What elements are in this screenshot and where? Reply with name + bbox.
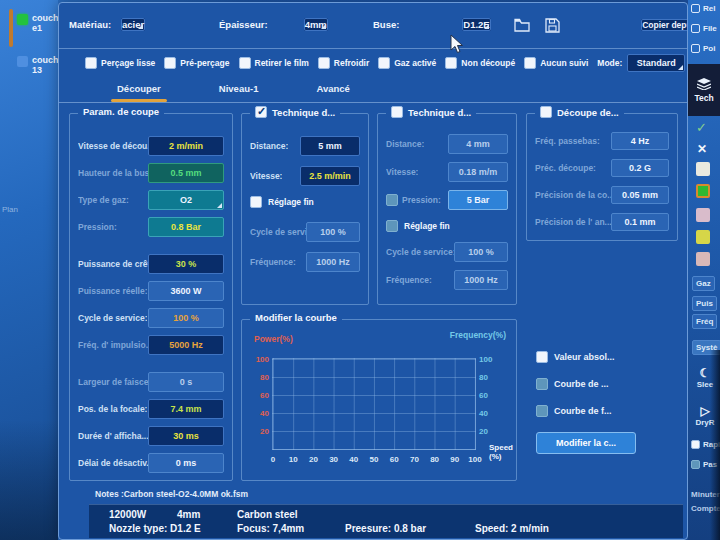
deactivation-delay-field[interactable]: 0 ms (148, 453, 224, 473)
technique1-checkbox[interactable] (255, 106, 267, 118)
field-label: Hauteur de la bus... (78, 168, 148, 178)
x-tick: 50 (370, 455, 379, 464)
checkbox-pre-percage[interactable]: Pré-perçage (164, 57, 229, 69)
layers-icon (697, 78, 711, 90)
save-icon (545, 18, 560, 33)
groupbox-title: Technique d... (272, 107, 335, 118)
tech2-fine-tune-checkbox[interactable]: Réglage fin (386, 220, 508, 232)
tech1-frequency-field[interactable]: 1000 Hz (306, 252, 360, 272)
color-swatch-rose[interactable] (696, 252, 710, 266)
tech2-speed-field[interactable]: 0.18 m/m (448, 162, 508, 182)
speed-axis-word: Speed (489, 443, 513, 452)
y-tick-right: 80 (479, 373, 501, 382)
summary-focus: Focus: 7,4mm (237, 522, 345, 536)
layer-accent-bar (9, 9, 13, 47)
tool-label: Poi (703, 44, 715, 53)
tech-panel-button[interactable]: Tech (688, 64, 720, 116)
tech1-duty-field[interactable]: 100 % (306, 222, 360, 242)
layer-item-2[interactable]: couche 13 (17, 55, 58, 75)
field-label: Cycle de service: (250, 227, 306, 237)
tech1-fine-tune-checkbox[interactable]: Réglage fin (250, 196, 360, 208)
absolute-value-checkbox[interactable]: Valeur absol... (536, 351, 666, 363)
cut-params-groupbox: Param. de coupe Vitesse de décou... 2 m/… (69, 113, 233, 481)
checkbox-retirer-film[interactable]: Retirer le film (239, 57, 309, 69)
tech1-speed-field[interactable]: 2.5 m/min (300, 166, 360, 186)
tech2-pressure-field[interactable]: 5 Bar (448, 190, 508, 210)
power-speed-curve-plot[interactable]: 100 80 60 40 20 100 80 60 40 20 0 10 20 … (272, 358, 476, 450)
tool-fragment-1[interactable]: Rel (691, 4, 715, 13)
tool-label: File (703, 24, 717, 33)
material-dropdown[interactable]: acier (121, 18, 145, 31)
color-swatch-pink[interactable] (696, 208, 710, 222)
summary-material: Carbon steel (237, 508, 298, 522)
tab-niveau-1[interactable]: Niveau-1 (219, 77, 259, 102)
tab-avance[interactable]: Avancé (316, 77, 349, 102)
mode-dropdown[interactable]: Standard (627, 54, 685, 72)
tool-fragment-2[interactable]: File (691, 24, 717, 33)
real-power-field[interactable]: 3600 W (148, 281, 224, 301)
confirm-check-icon[interactable]: ✓ (696, 120, 707, 135)
cut-speed-field[interactable]: 2 m/min (148, 136, 224, 156)
photo-shadow (0, 420, 58, 540)
checkbox-non-decoupe[interactable]: Non découpé (445, 57, 515, 69)
pulse-frequency-field[interactable]: 5000 Hz (148, 335, 224, 355)
focus-position-field[interactable]: 7.4 mm (148, 399, 224, 419)
duty-cycle-field[interactable]: 100 % (148, 308, 224, 328)
tech2-distance-field[interactable]: 4 mm (448, 134, 508, 154)
tool-fragment-3[interactable]: Poi (691, 44, 715, 53)
summary-nozzle: Nozzle type: D1.2 E (109, 522, 237, 536)
tool-icon (691, 24, 700, 33)
groupbox-title: Technique d... (408, 107, 471, 118)
nozzle-dropdown[interactable]: D1.2E (462, 18, 490, 31)
nozzle-height-field[interactable]: 0.5 mm (148, 163, 224, 183)
checkbox-refroidir[interactable]: Refroidir (318, 57, 369, 69)
checkbox-percage-lisse[interactable]: Perçage lisse (85, 57, 155, 69)
gas-type-dropdown[interactable]: O2 (148, 190, 224, 210)
checkbox-gaz-active[interactable]: Gaz activé (378, 57, 436, 69)
close-x-icon[interactable]: ✕ (697, 142, 707, 156)
modify-curve-button[interactable]: Modifier la c... (536, 432, 636, 454)
tab-decouper[interactable]: Découper (117, 77, 161, 102)
layer-item-1[interactable]: couch e1 (17, 13, 58, 33)
display-duration-field[interactable]: 30 ms (148, 426, 224, 446)
checkbox-aucun-suivi[interactable]: Aucun suivi (524, 57, 588, 69)
cut-precision-field[interactable]: 0.2 G (611, 159, 669, 177)
tech2-pressure-checkbox[interactable] (386, 194, 398, 206)
checkbox-icon (524, 57, 536, 69)
corner-precision-field[interactable]: 0.05 mm (611, 186, 669, 204)
open-folder-button[interactable] (511, 14, 533, 36)
gas-button-fragment[interactable]: Gaz (692, 276, 715, 291)
tech2-frequency-field[interactable]: 1000 Hz (454, 270, 508, 290)
x-tick: 60 (390, 455, 399, 464)
tech1-distance-field[interactable]: 5 mm (300, 136, 360, 156)
freq-button-fragment[interactable]: Fréq (692, 314, 717, 329)
mode-label: Mode: (597, 58, 622, 68)
technique2-checkbox[interactable] (391, 106, 403, 118)
tech2-duty-field[interactable]: 100 % (454, 242, 508, 262)
checkbox-icon (164, 57, 176, 69)
copy-from-layers-button[interactable]: Copier depuis d'autres couches (641, 19, 688, 31)
color-swatch-green-selected[interactable] (696, 184, 710, 198)
pressure-field[interactable]: 0.8 Bar (148, 217, 224, 237)
summary-speed: Speed: 2 m/min (475, 522, 549, 536)
beam-width-field[interactable]: 0 s (148, 372, 224, 392)
angle-precision-field[interactable]: 0.1 mm (611, 213, 669, 231)
save-button[interactable] (541, 14, 563, 36)
lowpass-freq-field[interactable]: 4 Hz (611, 132, 669, 150)
power-button-fragment[interactable]: Puis (692, 296, 717, 311)
checkbox-icon (691, 460, 700, 469)
thickness-dropdown[interactable]: 4mm (304, 18, 328, 31)
x-tick: 30 (329, 455, 338, 464)
curve-2-checkbox[interactable]: Courbe de f... (536, 405, 666, 417)
field-label: Fréquence: (386, 275, 432, 285)
checkbox-icon (378, 57, 390, 69)
field-label: Durée d' afficha... (78, 431, 148, 441)
color-swatch-white[interactable] (696, 162, 710, 176)
decoupe-checkbox[interactable] (540, 106, 552, 118)
curve-1-checkbox[interactable]: Courbe de ... (536, 378, 666, 390)
x-tick: 40 (349, 455, 358, 464)
color-swatch-yellow[interactable] (696, 230, 710, 244)
peak-power-field[interactable]: 30 % (148, 254, 224, 274)
field-label: Précision de la co... (535, 190, 611, 200)
x-tick: 20 (309, 455, 318, 464)
